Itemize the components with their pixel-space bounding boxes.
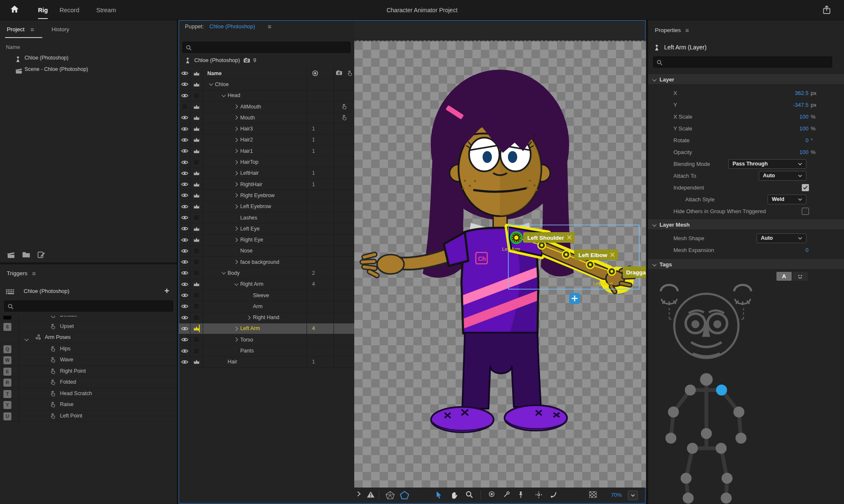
chevron-down-icon[interactable] — [234, 282, 239, 286]
trigger-key-badge[interactable]: Y — [3, 401, 11, 409]
eye-icon[interactable] — [179, 301, 190, 312]
arm-pin[interactable] — [562, 251, 570, 258]
tree-row[interactable]: Mouth — [179, 112, 354, 123]
property-value[interactable]: 0 — [806, 137, 809, 144]
handle-column-icon[interactable] — [334, 68, 354, 79]
chevron-right-icon[interactable] — [234, 116, 238, 120]
trigger-set-name[interactable]: Chloe (Photoshop) — [24, 288, 69, 294]
property-dropdown[interactable]: Weld — [768, 195, 806, 204]
no-crown-box[interactable] — [190, 268, 203, 278]
tree-row[interactable]: Sleeve — [179, 290, 354, 301]
tree-row[interactable]: Torso — [179, 334, 354, 345]
new-folder-icon[interactable] — [22, 251, 30, 259]
crown-column-icon[interactable] — [190, 68, 203, 79]
expand-chevron-icon[interactable] — [357, 491, 361, 498]
trigger-key-badge[interactable]: Q — [3, 345, 11, 353]
no-crown-box[interactable] — [190, 345, 203, 356]
chevron-right-icon[interactable] — [234, 260, 238, 264]
new-scene-icon[interactable] — [7, 251, 15, 260]
eye-icon[interactable] — [179, 246, 190, 256]
section-layer-mesh[interactable]: Layer Mesh — [648, 219, 844, 230]
triggers-search-input[interactable] — [16, 301, 171, 311]
properties-panel-menu-icon[interactable]: ≡ — [685, 27, 689, 34]
properties-search-input[interactable] — [665, 57, 830, 67]
chevron-right-icon[interactable] — [234, 138, 238, 142]
tree-row[interactable]: LeftHair1 — [179, 168, 354, 179]
tree-row[interactable]: Arm — [179, 301, 354, 312]
add-handle-button[interactable] — [569, 293, 580, 304]
chevron-right-icon[interactable] — [234, 227, 238, 231]
zoom-tool-icon[interactable] — [466, 491, 473, 499]
crown-icon[interactable] — [190, 279, 203, 290]
section-layer[interactable]: Layer — [648, 73, 844, 85]
chevron-right-icon[interactable] — [234, 193, 238, 198]
tag-left-shoulder[interactable]: Left Shoulder — [523, 232, 575, 243]
chevron-down-icon[interactable] — [222, 93, 226, 97]
tree-row[interactable]: Lashes — [179, 212, 354, 223]
chevron-right-icon[interactable] — [234, 204, 238, 209]
eye-icon[interactable] — [179, 312, 190, 323]
trigger-key-badge[interactable]: 6 — [3, 323, 11, 331]
chevron-down-icon[interactable] — [24, 336, 27, 342]
record-takes-icon[interactable] — [488, 491, 495, 499]
chevron-right-icon[interactable] — [247, 315, 251, 320]
section-tags[interactable]: Tags — [648, 258, 844, 270]
no-crown-box[interactable] — [190, 312, 203, 323]
chevron-right-icon[interactable] — [234, 327, 238, 331]
trigger-row[interactable]: WWave — [0, 355, 177, 366]
hand-pin[interactable] — [608, 268, 616, 275]
tree-row[interactable]: Hair31 — [179, 123, 354, 134]
puppet-search-input[interactable] — [194, 42, 348, 52]
trigger-key-badge[interactable]: E — [3, 368, 11, 376]
eye-icon[interactable] — [179, 323, 190, 334]
no-crown-box[interactable] — [190, 246, 203, 256]
no-crown-box[interactable] — [190, 290, 203, 301]
eye-icon[interactable] — [179, 334, 190, 345]
tree-row[interactable]: face background — [179, 257, 354, 268]
crown-icon[interactable] — [190, 223, 203, 234]
add-trigger-button[interactable]: + — [164, 286, 169, 296]
project-column-header[interactable]: Name — [6, 44, 20, 50]
eye-icon[interactable] — [179, 157, 190, 167]
tree-row[interactable]: Left Eyebrow — [179, 201, 354, 212]
crown-icon[interactable] — [190, 190, 203, 201]
no-crown-box[interactable] — [190, 212, 203, 223]
hidden-eye-box[interactable] — [179, 101, 190, 112]
triggers-panel-menu-icon[interactable]: ≡ — [32, 270, 36, 277]
chevron-right-icon[interactable] — [234, 149, 238, 153]
tree-row[interactable]: AltMouth — [179, 101, 354, 112]
tag-left-elbow[interactable]: Left Elbow — [574, 249, 618, 260]
property-value[interactable]: 362.5 — [795, 90, 809, 96]
property-value[interactable]: -347.5 — [793, 102, 809, 108]
trigger-row[interactable]: RFolded — [0, 377, 177, 388]
crown-icon[interactable] — [190, 123, 203, 134]
tree-row[interactable]: Hair11 — [179, 146, 354, 157]
tree-row[interactable]: RightHair1 — [179, 179, 354, 190]
puppet-root-row[interactable]: Chloe (Photoshop) 9 — [179, 54, 354, 67]
pan-tool-icon[interactable] — [450, 491, 458, 500]
chevron-right-icon[interactable] — [234, 171, 238, 175]
eye-icon[interactable] — [179, 223, 190, 234]
transparency-grid-icon[interactable] — [589, 491, 597, 499]
eye-icon[interactable] — [179, 190, 190, 201]
no-crown-box[interactable] — [190, 90, 203, 101]
eye-icon[interactable] — [179, 79, 190, 89]
eye-icon[interactable] — [179, 345, 190, 356]
tree-row[interactable]: Head — [179, 90, 354, 101]
tab-history[interactable]: History — [52, 26, 69, 33]
property-checkbox[interactable] — [802, 208, 809, 215]
left-shoulder-node-highlighted[interactable] — [716, 385, 727, 396]
trigger-row[interactable]: ERight Point — [0, 366, 177, 377]
eye-icon[interactable] — [179, 279, 190, 290]
tree-row[interactable]: Right Eyebrow — [179, 190, 354, 201]
tree-row[interactable]: Right Hand — [179, 312, 354, 323]
chevron-right-icon[interactable] — [234, 160, 238, 164]
property-value[interactable]: 100 — [799, 114, 809, 120]
crown-icon[interactable] — [190, 168, 203, 179]
crown-icon[interactable] — [190, 135, 203, 145]
eye-icon[interactable] — [179, 290, 190, 301]
eye-icon[interactable] — [179, 179, 190, 190]
zoom-dropdown[interactable] — [628, 490, 638, 500]
crown-icon[interactable] — [190, 146, 203, 156]
chevron-down-icon[interactable] — [222, 271, 226, 275]
